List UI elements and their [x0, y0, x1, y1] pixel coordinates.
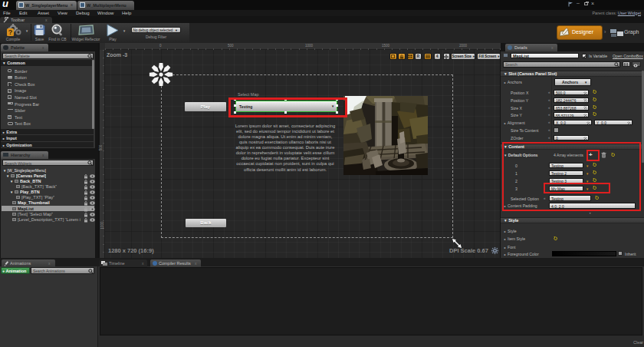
svg-text:?: ? [8, 28, 13, 36]
